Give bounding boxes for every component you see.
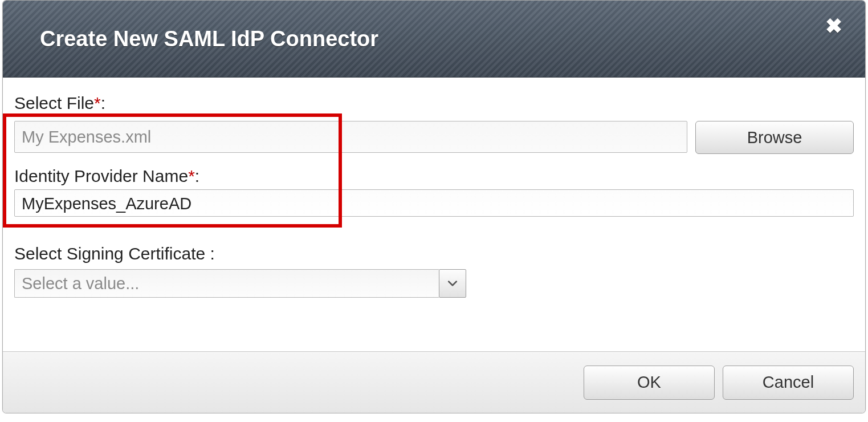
signing-cert-label-text: Select Signing Certificate <box>14 244 210 263</box>
ok-button-label: OK <box>637 373 661 392</box>
dialog: Create New SAML IdP Connector ✖ Select F… <box>2 0 866 413</box>
colon: : <box>101 94 105 112</box>
idp-name-label-text: Identity Provider Name <box>14 167 188 185</box>
dialog-footer: OK Cancel <box>3 351 865 413</box>
cancel-button[interactable]: Cancel <box>723 366 854 400</box>
browse-button-label: Browse <box>747 128 802 147</box>
required-asterisk: * <box>94 94 101 112</box>
signing-cert-label: Select Signing Certificate : <box>14 244 854 263</box>
dialog-body: Select File*: My Expenses.xml Browse Ide… <box>3 78 865 351</box>
ok-button[interactable]: OK <box>584 366 715 400</box>
colon: : <box>195 167 199 185</box>
signing-cert-placeholder: Select a value... <box>22 274 139 293</box>
signing-cert-select[interactable]: Select a value... <box>14 269 439 298</box>
close-icon[interactable]: ✖ <box>825 14 842 38</box>
browse-button[interactable]: Browse <box>695 121 854 154</box>
select-file-input-value: My Expenses.xml <box>22 128 151 147</box>
idp-name-label: Identity Provider Name*: <box>14 167 854 186</box>
signing-cert-dropdown-button[interactable] <box>439 269 466 298</box>
dialog-header: Create New SAML IdP Connector ✖ <box>3 1 865 78</box>
select-file-label-text: Select File <box>14 94 94 112</box>
colon: : <box>210 244 215 263</box>
select-file-label: Select File*: <box>14 94 854 113</box>
cancel-button-label: Cancel <box>763 373 814 392</box>
dialog-title: Create New SAML IdP Connector <box>40 27 378 51</box>
required-asterisk: * <box>188 167 195 185</box>
select-file-input[interactable]: My Expenses.xml <box>14 121 687 153</box>
chevron-down-icon <box>447 280 458 287</box>
idp-name-input[interactable]: MyExpenses_AzureAD <box>14 189 854 217</box>
idp-name-input-value: MyExpenses_AzureAD <box>22 194 191 213</box>
